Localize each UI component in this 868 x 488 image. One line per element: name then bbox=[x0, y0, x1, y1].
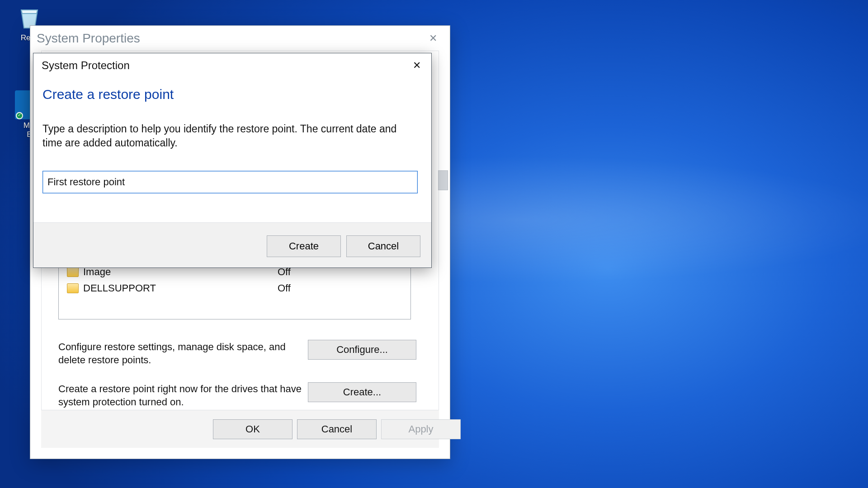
drive-status: Off bbox=[278, 282, 291, 294]
configure-description: Configure restore settings, manage disk … bbox=[58, 341, 302, 366]
dialog-button-bar: Create Cancel bbox=[33, 222, 431, 267]
restore-point-description-input[interactable] bbox=[42, 171, 418, 193]
titlebar[interactable]: System Protection ✕ bbox=[33, 53, 431, 78]
cancel-button[interactable]: Cancel bbox=[346, 235, 420, 257]
close-icon[interactable]: ✕ bbox=[420, 33, 445, 44]
window-title: System Properties bbox=[37, 31, 420, 46]
cancel-button[interactable]: Cancel bbox=[297, 419, 377, 439]
create-description: Create a restore point right now for the… bbox=[58, 383, 302, 408]
configure-button[interactable]: Configure... bbox=[308, 340, 416, 360]
dialog-title: System Protection bbox=[42, 59, 408, 72]
create-restore-point-button[interactable]: Create... bbox=[308, 382, 416, 402]
ok-button[interactable]: OK bbox=[213, 419, 292, 439]
dialog-system-protection: System Protection ✕ Create a restore poi… bbox=[33, 53, 432, 268]
dialog-instruction: Type a description to help you identify … bbox=[42, 122, 419, 150]
folder-icon bbox=[67, 283, 79, 293]
create-button[interactable]: Create bbox=[267, 235, 341, 257]
shortcut-badge-icon bbox=[16, 112, 23, 119]
close-icon[interactable]: ✕ bbox=[408, 60, 426, 71]
dialog-heading: Create a restore point bbox=[42, 87, 174, 102]
window-system-properties: System Properties ✕ OS (C:) (System) On … bbox=[30, 25, 450, 459]
dialog-button-bar: OK Cancel Apply bbox=[41, 410, 439, 448]
drive-row[interactable]: DELLSUPPORT Off bbox=[59, 280, 410, 296]
titlebar[interactable]: System Properties ✕ bbox=[30, 26, 450, 51]
drive-name: DELLSUPPORT bbox=[83, 282, 278, 294]
apply-button: Apply bbox=[381, 419, 461, 439]
scrollbar-thumb[interactable] bbox=[438, 170, 448, 190]
folder-icon bbox=[67, 267, 79, 277]
